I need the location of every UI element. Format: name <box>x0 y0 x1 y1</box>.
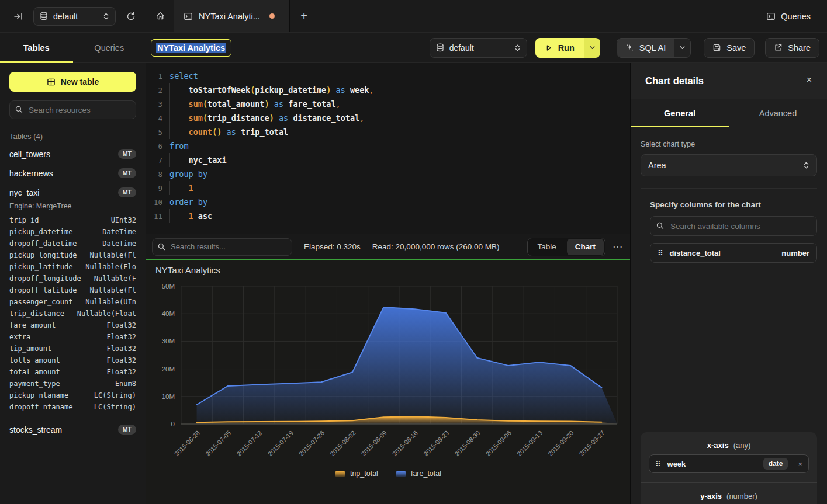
area-series-fare_total[interactable] <box>197 307 617 424</box>
sql-ai-options-button[interactable] <box>674 39 690 57</box>
column-row[interactable]: trip_distanceNullable(Float <box>0 308 146 319</box>
legend-swatch <box>396 471 406 477</box>
share-icon <box>774 43 783 52</box>
column-row[interactable]: tolls_amountFloat32 <box>0 354 146 366</box>
code-line[interactable]: 3sum(total_amount) as fare_total, <box>146 97 630 111</box>
column-name: dropoff_longitude <box>9 274 81 283</box>
table-row[interactable]: hackernewsMT <box>0 164 146 183</box>
x-axis-item-type-badge: date <box>763 458 788 470</box>
search-resources-input[interactable] <box>9 100 136 119</box>
code-line[interactable]: 6from <box>146 139 630 153</box>
run-button[interactable]: Run <box>535 38 584 58</box>
sidebar-tab-tables-label: Tables <box>23 43 50 53</box>
table-engine-badge: MT <box>118 149 136 159</box>
column-row[interactable]: payment_typeEnum8 <box>0 378 146 390</box>
table-row[interactable]: nyc_taxiMT <box>0 183 146 202</box>
console-icon <box>184 12 193 21</box>
search-icon <box>656 221 665 230</box>
sidebar-tab-tables[interactable]: Tables <box>0 33 73 62</box>
run-options-button[interactable] <box>584 38 600 58</box>
line-number: 6 <box>146 142 162 151</box>
table-engine-badge: MT <box>118 168 136 178</box>
token: as <box>279 113 288 123</box>
database-selector[interactable]: default <box>33 7 116 26</box>
home-tab[interactable] <box>146 0 174 32</box>
code-line[interactable]: 111 asc <box>146 209 630 223</box>
new-tab-button[interactable]: + <box>290 0 318 32</box>
table-row[interactable]: cell_towersMT <box>0 144 146 164</box>
search-columns-input[interactable] <box>650 216 817 236</box>
query-title-text: NYTaxi Analytics <box>156 43 226 53</box>
search-results-input[interactable] <box>152 238 292 256</box>
column-row[interactable]: pickup_latitudeNullable(Flo <box>0 261 146 273</box>
refresh-icon[interactable] <box>123 9 139 24</box>
token: total_amount <box>207 99 265 109</box>
column-name: extra <box>9 333 30 341</box>
code-line[interactable]: 1select <box>146 69 630 83</box>
code-line[interactable]: 91 <box>146 181 630 195</box>
new-table-button[interactable]: New table <box>9 72 136 92</box>
remove-icon[interactable]: × <box>798 460 802 468</box>
save-button[interactable]: Save <box>704 38 755 58</box>
code-line[interactable]: 5count() as trip_total <box>146 125 630 139</box>
drag-handle-icon[interactable]: ⠿ <box>655 460 661 468</box>
token: ( <box>250 85 255 95</box>
token <box>274 113 279 123</box>
query-tab-active[interactable]: NYTaxi Analyti... <box>174 0 290 32</box>
tab-general[interactable]: General <box>631 99 729 127</box>
query-title-input[interactable]: NYTaxi Analytics <box>151 39 231 57</box>
view-toggle-chart[interactable]: Chart <box>567 239 604 255</box>
queries-button[interactable]: Queries <box>766 0 811 32</box>
code-line[interactable]: 4sum(trip_distance) as distance_total, <box>146 111 630 125</box>
code-content: sum(total_amount) as fare_total, <box>169 97 341 111</box>
column-row[interactable]: passenger_countNullable(UIn <box>0 296 146 308</box>
share-button[interactable]: Share <box>765 38 819 58</box>
close-icon[interactable]: × <box>807 75 812 85</box>
column-name: tip_amount <box>9 345 51 353</box>
chart-type-select[interactable]: Area <box>641 154 817 176</box>
column-row[interactable]: pickup_ntanameLC(String) <box>0 390 146 401</box>
column-row[interactable]: pickup_datetimeDateTime <box>0 226 146 238</box>
sql-editor[interactable]: 1select2toStartOfWeek(pickup_datetime) a… <box>146 63 630 234</box>
x-tick-label: 2015-09-27 <box>577 429 605 457</box>
table-row[interactable]: stocks_streamMT <box>0 420 146 439</box>
tab-advanced-label: Advanced <box>759 109 797 118</box>
token: trip_distance <box>207 113 269 123</box>
token <box>169 125 189 139</box>
play-icon <box>545 44 553 52</box>
run-database-selector[interactable]: default <box>430 38 527 58</box>
line-number: 3 <box>146 100 162 109</box>
code-line[interactable]: 7nyc_taxi <box>146 153 630 167</box>
x-tick-label: 2015-07-19 <box>267 429 295 457</box>
column-row[interactable]: pickup_longitudeNullable(Fl <box>0 249 146 261</box>
sql-ai-button[interactable]: SQL AI <box>617 39 674 57</box>
column-row[interactable]: fare_amountFloat32 <box>0 319 146 331</box>
column-row[interactable]: dropoff_datetimeDateTime <box>0 238 146 249</box>
column-row[interactable]: total_amountFloat32 <box>0 366 146 378</box>
column-row[interactable]: extraFloat32 <box>0 331 146 343</box>
legend-item-fare_total[interactable]: fare_total <box>396 470 441 478</box>
query-header: NYTaxi Analytics default <box>146 33 827 63</box>
drag-handle-icon[interactable]: ⠿ <box>658 249 663 257</box>
column-row[interactable]: dropoff_ntanameLC(String) <box>0 401 146 413</box>
y-tick-label: 30M <box>162 338 175 345</box>
legend-label: fare_total <box>411 470 441 478</box>
available-column-distance-total[interactable]: ⠿ distance_total number <box>650 243 817 263</box>
view-toggle-table[interactable]: Table <box>528 238 565 256</box>
collapse-sidebar-icon[interactable] <box>11 9 26 24</box>
more-options-button[interactable]: ⋯ <box>613 241 623 253</box>
sidebar-tab-queries[interactable]: Queries <box>73 33 146 62</box>
column-row[interactable]: dropoff_longitudeNullable(F <box>0 273 146 284</box>
legend-item-trip_total[interactable]: trip_total <box>335 470 378 478</box>
column-name: payment_type <box>9 380 60 388</box>
x-axis-item-week[interactable]: ⠿ week date × <box>649 454 809 473</box>
column-row[interactable]: tip_amountFloat32 <box>0 343 146 354</box>
column-row[interactable]: dropoff_latitudeNullable(Fl <box>0 284 146 296</box>
area-chart[interactable]: 010M20M30M40M50M2015-06-282015-07-052015… <box>146 260 630 504</box>
code-line[interactable]: 10order by <box>146 195 630 209</box>
tab-advanced[interactable]: Advanced <box>729 99 827 127</box>
code-line[interactable]: 8group by <box>146 167 630 181</box>
column-row[interactable]: trip_idUInt32 <box>0 214 146 226</box>
column-name: dropoff_latitude <box>9 286 77 294</box>
code-line[interactable]: 2toStartOfWeek(pickup_datetime) as week, <box>146 83 630 97</box>
